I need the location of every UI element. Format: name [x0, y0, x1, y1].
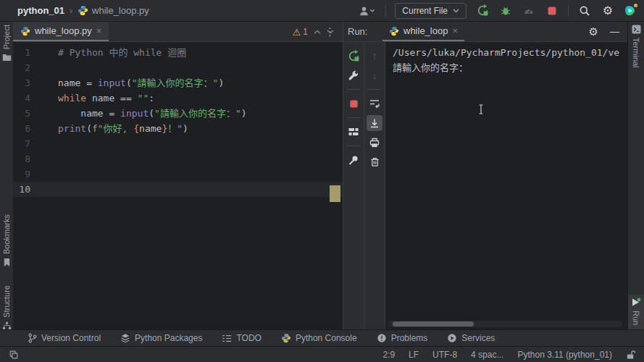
- code-line: 6print(f"你好, {name}！"): [13, 121, 343, 136]
- inspection-widget[interactable]: ⚠ 1: [293, 27, 334, 37]
- sidebar-item-project[interactable]: Project: [0, 25, 13, 62]
- caret-position-widget[interactable]: 2:9: [382, 350, 395, 360]
- run-panel-title: Run:: [343, 26, 382, 37]
- block-caret: [330, 185, 340, 202]
- restore-layout-icon[interactable]: [346, 124, 361, 140]
- project-name[interactable]: python_01: [17, 5, 64, 16]
- code-line: 8: [13, 151, 343, 167]
- run-configuration-label: Current File: [402, 6, 448, 16]
- run-console[interactable]: /Users/luka/PycharmProjects/python_01/ve…: [385, 42, 628, 329]
- run-toolbar-primary: [343, 42, 364, 329]
- code-line: 7: [13, 136, 343, 151]
- console-line-prompt: 請輸入你的名字：: [393, 60, 621, 75]
- code-line: 5 name = input("請輸入你的名字："): [13, 106, 343, 121]
- stop-icon[interactable]: [346, 96, 361, 111]
- notification-dot: [634, 4, 637, 7]
- code-line: 4while name == "":: [13, 90, 343, 106]
- divider: [347, 146, 360, 146]
- run-tab-label: while_loop: [403, 25, 448, 36]
- divider: [347, 117, 360, 118]
- toolbar-item-services[interactable]: Services: [447, 333, 495, 343]
- bookmarks-stripe-label: Bookmarks: [2, 214, 11, 254]
- divider: [385, 5, 386, 17]
- print-icon[interactable]: [367, 135, 382, 151]
- toolbar-item-todo[interactable]: TODO: [222, 333, 261, 343]
- run-tab-while-loop[interactable]: while_loop ×: [382, 22, 464, 41]
- sidebar-item-run[interactable]: Run: [628, 295, 644, 329]
- structure-stripe-label: Structure: [2, 285, 11, 318]
- sidebar-item-bookmarks[interactable]: Bookmarks: [0, 214, 13, 267]
- code-line-current: 10: [13, 182, 343, 197]
- run-header-actions: ⚙ —: [589, 22, 628, 41]
- console-horizontal-scrollbar[interactable]: [388, 321, 622, 327]
- ide-logo-notification-button[interactable]: [624, 4, 637, 17]
- down-stack-trace-icon[interactable]: ↓: [367, 67, 382, 83]
- clear-console-trash-icon[interactable]: [367, 154, 382, 170]
- sidebar-item-structure[interactable]: Structure: [0, 285, 13, 330]
- unlocked-icon[interactable]: [626, 350, 635, 360]
- warning-summary: ⚠ 1: [293, 27, 308, 37]
- stop-button[interactable]: [545, 4, 559, 18]
- scroll-to-end-icon[interactable]: [367, 115, 382, 131]
- search-everywhere-button[interactable]: [577, 4, 592, 18]
- next-problem-chevron-down-icon[interactable]: [327, 30, 334, 34]
- prev-problem-chevron-up-icon[interactable]: [314, 30, 321, 34]
- close-icon[interactable]: ×: [96, 26, 102, 35]
- settings-button[interactable]: ⚙: [601, 4, 615, 18]
- line-separator-widget[interactable]: LF: [409, 350, 419, 360]
- toolbar-item-label: Version Control: [41, 333, 101, 343]
- encoding-widget[interactable]: UTF-8: [432, 350, 457, 360]
- sidebar-item-terminal[interactable]: Terminal: [628, 25, 644, 68]
- pin-tab-icon[interactable]: [346, 152, 361, 168]
- problems-icon: [377, 333, 387, 343]
- up-stack-trace-icon[interactable]: ↑: [367, 48, 382, 64]
- toolbar-item-label: TODO: [236, 333, 261, 343]
- indent-widget[interactable]: 4 spac...: [471, 350, 503, 360]
- rerun-button[interactable]: [475, 4, 490, 18]
- user-account-button[interactable]: [356, 4, 377, 18]
- tab-label: while_loop.py: [35, 25, 92, 36]
- profiler-button[interactable]: [522, 4, 536, 18]
- terminal-stripe-label: Terminal: [632, 38, 640, 68]
- title-bar-actions: Current File ⚙: [356, 3, 644, 19]
- run-configuration-select[interactable]: Current File: [395, 3, 467, 19]
- code-editor[interactable]: 1# Python 中的 while 迴圈 2 3name = input("請…: [13, 42, 343, 329]
- status-bar: 2:9 LF UTF-8 4 spac... Python 3.11 (pyth…: [0, 346, 644, 362]
- warning-icon: ⚠: [293, 28, 301, 37]
- breadcrumb-file[interactable]: while_loop.py: [78, 5, 149, 16]
- toolbar-item-label: Services: [461, 333, 495, 343]
- title-bar: python_01 › while_loop.py Current File: [0, 0, 644, 22]
- terminal-icon: [632, 25, 641, 34]
- toolbar-item-python-console[interactable]: Python Console: [281, 333, 357, 343]
- tool-window-bar: Version Control Python Packages TODO Pyt…: [0, 329, 644, 346]
- folder-icon: [2, 53, 12, 62]
- rerun-icon[interactable]: [346, 48, 361, 64]
- packages-layers-icon: [120, 333, 130, 343]
- run-play-icon: [631, 298, 641, 307]
- hide-tool-window-icon[interactable]: —: [610, 27, 619, 36]
- tool-window-switcher-icon[interactable]: [9, 350, 19, 360]
- pycharm-window: python_01 › while_loop.py Current File: [0, 0, 644, 362]
- breadcrumb: python_01 › while_loop.py: [0, 5, 149, 16]
- toolbar-item-version-control[interactable]: Version Control: [28, 333, 101, 343]
- debug-button[interactable]: [498, 4, 513, 18]
- run-settings-gear-icon[interactable]: ⚙: [589, 26, 598, 37]
- chevron-down-icon: [453, 9, 459, 13]
- tab-while-loop-py[interactable]: while_loop.py ×: [13, 22, 109, 41]
- soft-wrap-icon[interactable]: [367, 96, 382, 111]
- divider: [368, 89, 381, 90]
- divider: [568, 5, 569, 17]
- status-bar-widgets: 2:9 LF UTF-8 4 spac... Python 3.11 (pyth…: [382, 350, 635, 360]
- right-tool-window-stripe: Terminal Run: [627, 22, 644, 329]
- todo-list-icon: [222, 334, 232, 343]
- close-icon[interactable]: ×: [452, 26, 458, 35]
- interpreter-widget[interactable]: Python 3.11 (python_01): [517, 350, 612, 360]
- gear-icon: ⚙: [603, 5, 613, 17]
- python-file-icon: [20, 26, 30, 36]
- structure-icon: [2, 321, 12, 330]
- toolbar-item-python-packages[interactable]: Python Packages: [120, 333, 202, 343]
- modify-run-config-wrench-icon[interactable]: [346, 67, 361, 83]
- scrollbar-thumb[interactable]: [393, 321, 474, 327]
- run-toolbar-console: ↑ ↓: [364, 42, 385, 329]
- toolbar-item-problems[interactable]: Problems: [377, 333, 428, 343]
